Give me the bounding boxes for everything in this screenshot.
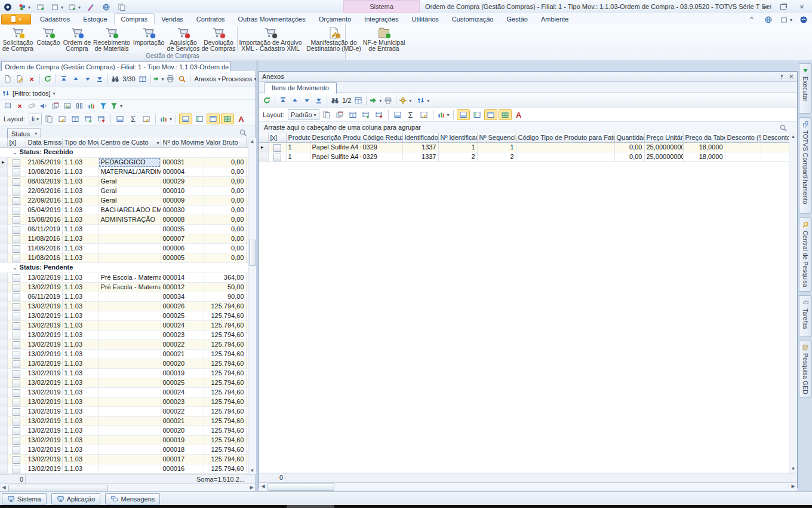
- menu-tab-ambiente[interactable]: Ambiente: [534, 13, 575, 25]
- menu-tab-contratos[interactable]: Contratos: [190, 13, 232, 25]
- cell[interactable]: Papel Sulfite A4 Off...: [310, 143, 361, 152]
- table-row[interactable]: 13/02/20191.1.03000024125.794,60: [0, 388, 256, 397]
- first-record-icon[interactable]: [58, 74, 70, 84]
- cell[interactable]: 0,00: [204, 215, 246, 225]
- cell[interactable]: 364,00: [204, 273, 246, 283]
- help-globe-icon[interactable]: [762, 14, 774, 25]
- edit-note-icon[interactable]: [418, 109, 430, 120]
- cell[interactable]: [99, 397, 161, 407]
- table-row[interactable]: 13/02/20191.1.03000026125.794,60: [0, 302, 256, 311]
- cell[interactable]: 0,00: [204, 177, 246, 186]
- sort-filter-icon[interactable]: [2, 89, 10, 97]
- layout-grid-icon[interactable]: [69, 114, 81, 124]
- cell[interactable]: [725, 152, 761, 162]
- cell[interactable]: 1.1.03: [62, 426, 99, 436]
- window-icon[interactable]: ▾: [50, 2, 64, 13]
- cell[interactable]: [761, 143, 789, 152]
- new-window-icon[interactable]: [35, 2, 47, 13]
- cell[interactable]: 25,0000000000: [644, 152, 683, 162]
- table-row[interactable]: 13/02/20191.1.03000025125.794,60: [0, 311, 256, 321]
- ribbon-button-cotação[interactable]: Cotação: [35, 25, 62, 53]
- cell[interactable]: 13/02/2019: [26, 321, 62, 330]
- table-row[interactable]: 13/02/20191.1.03000022125.794,60: [0, 340, 256, 350]
- cell[interactable]: 1.1.03: [62, 378, 99, 388]
- cell[interactable]: [99, 388, 161, 397]
- settings-icon[interactable]: ▾: [17, 2, 31, 13]
- menu-tab-estoque[interactable]: Estoque: [76, 13, 113, 25]
- scroll-left-icon[interactable]: ◀: [259, 483, 267, 490]
- row-checkbox[interactable]: [7, 225, 26, 234]
- row-checkbox[interactable]: [7, 273, 26, 283]
- cell[interactable]: 1.1.03: [62, 417, 99, 426]
- cell[interactable]: 000014: [161, 273, 204, 283]
- statusbar-button-mensagens[interactable]: Mensagens: [105, 493, 160, 504]
- cell[interactable]: 125.794,60: [204, 321, 246, 330]
- cell[interactable]: 1.1.03: [62, 464, 99, 474]
- group-row[interactable]: ⌄Status: Recebido: [0, 148, 256, 158]
- cell[interactable]: 05/04/2019: [26, 206, 62, 215]
- cell[interactable]: 000018: [161, 445, 204, 455]
- cell[interactable]: [725, 143, 761, 152]
- row-checkbox[interactable]: [7, 244, 26, 253]
- row-checkbox[interactable]: [7, 292, 26, 302]
- cell[interactable]: [761, 152, 789, 162]
- row-checkbox[interactable]: [7, 350, 26, 359]
- table-row[interactable]: 13/02/20191.1.03000018125.794,60: [0, 445, 256, 455]
- copy-icon[interactable]: [116, 2, 128, 13]
- cell[interactable]: 1.1.03: [62, 311, 99, 321]
- cell[interactable]: 000005: [161, 253, 204, 263]
- cell[interactable]: 000010: [161, 186, 204, 196]
- cell[interactable]: 1.1.03: [62, 225, 99, 234]
- panel-close-icon[interactable]: ✕: [789, 73, 794, 81]
- side-tab-executar[interactable]: Executar: [799, 63, 812, 114]
- column-header-Nº Sequencial[interactable]: Nº Sequencial: [477, 133, 516, 143]
- cell[interactable]: 1.1.03: [62, 321, 99, 330]
- document-tab[interactable]: Ordem de Compra (Gestão Compras) - Filia…: [1, 61, 230, 72]
- cascade-icon[interactable]: [50, 100, 61, 111]
- cell[interactable]: 0,00: [614, 143, 644, 152]
- table-row[interactable]: 13/02/20191.1.03Pré Escola - Maternal/Ja…: [0, 283, 256, 292]
- cell[interactable]: 000019: [161, 436, 204, 445]
- layout-grid-icon[interactable]: [347, 109, 359, 120]
- cell[interactable]: Pré Escola - Maternal/Jardim: [99, 283, 161, 292]
- close-button[interactable]: ✕: [795, 2, 809, 11]
- table-row[interactable]: 13/02/20191.1.03000019125.794,60: [0, 436, 256, 445]
- cell[interactable]: 000025: [161, 378, 204, 388]
- layout-save-icon[interactable]: [56, 114, 68, 124]
- cell[interactable]: 125.794,60: [204, 359, 246, 369]
- view-top-icon[interactable]: [207, 114, 220, 124]
- cell[interactable]: 18,0000: [683, 143, 725, 152]
- cell[interactable]: 000007: [161, 234, 204, 244]
- column-header-row-indicator[interactable]: [259, 133, 268, 143]
- cell[interactable]: [99, 359, 161, 369]
- cell[interactable]: 000019: [161, 369, 204, 378]
- cell[interactable]: 13/02/2019: [26, 350, 62, 359]
- cell[interactable]: 1.1.03: [62, 340, 99, 350]
- group-row-label[interactable]: ⌄Status: Pendente: [7, 263, 256, 273]
- new-icon[interactable]: [2, 74, 14, 84]
- cell[interactable]: 1.1.03: [62, 196, 99, 206]
- refresh-icon[interactable]: [261, 95, 273, 106]
- layout-preset-dropdown[interactable]: li▾: [29, 114, 42, 124]
- table-row[interactable]: 13/02/20191.1.03000020125.794,60: [0, 359, 256, 369]
- layout-save-icon[interactable]: [334, 109, 346, 120]
- pane-split-icon[interactable]: [392, 109, 404, 120]
- cell[interactable]: 125.794,60: [204, 407, 246, 417]
- tab-itens-de-movimento[interactable]: Itens de Movimento: [264, 82, 337, 94]
- edit-note-icon[interactable]: [140, 114, 152, 124]
- cell[interactable]: 125.794,60: [204, 369, 246, 378]
- cell[interactable]: PEDAGÓGICO: [99, 158, 161, 167]
- column-header-Preço da Tabela[interactable]: Preço da Tabela: [683, 133, 725, 143]
- cell[interactable]: 1337: [402, 152, 438, 162]
- table-row[interactable]: 13/02/20191.1.03000020125.794,60: [0, 426, 256, 436]
- application-menu-button[interactable]: ▾: [1, 14, 31, 25]
- cell[interactable]: 000031: [161, 158, 204, 167]
- ribbon-button-recebimento[interactable]: Recebimentode Materiais: [92, 25, 131, 53]
- view-grid-icon[interactable]: [221, 114, 234, 124]
- cell[interactable]: 0,00: [204, 186, 246, 196]
- cell[interactable]: 125.794,60: [204, 311, 246, 321]
- cell[interactable]: 18,0000: [683, 152, 725, 162]
- orders-vertical-scrollbar[interactable]: ▲ ▼: [248, 138, 256, 475]
- row-checkbox[interactable]: [7, 426, 26, 436]
- cell[interactable]: 1.1.03: [62, 330, 99, 340]
